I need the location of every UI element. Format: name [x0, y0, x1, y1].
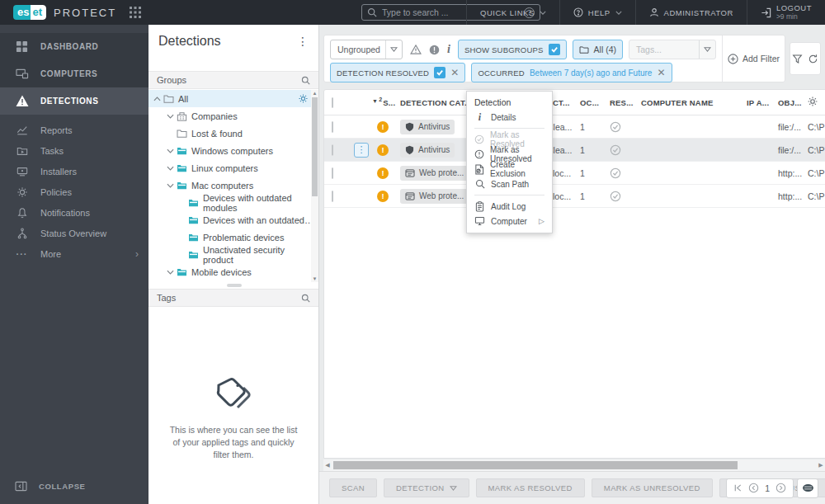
row-checkbox[interactable]: [332, 191, 333, 202]
table-row[interactable]: ! Web prote... Bloc... 1 http:... C:\P: [324, 162, 825, 185]
chevron-up-icon[interactable]: [152, 97, 162, 101]
object-cell: http:...: [778, 191, 808, 201]
dynamic-folder-icon: [188, 233, 199, 242]
tree-item-unactivated-security[interactable]: Unactivated security product: [148, 246, 318, 263]
notifications-bell-icon: [15, 207, 29, 219]
help-menu[interactable]: HELP: [559, 0, 635, 25]
menu-item-scan-path[interactable]: Scan Path: [467, 177, 552, 191]
menu-item-computer[interactable]: Computer ▷: [467, 214, 552, 228]
app-grid-icon[interactable]: [130, 7, 141, 18]
scroll-left-arrow[interactable]: ◀: [323, 462, 332, 469]
sidebar-item-reports[interactable]: Reports: [0, 120, 148, 140]
tags-search-icon[interactable]: [301, 294, 310, 303]
sidebar-item-label: COMPUTERS: [40, 69, 97, 78]
chevron-down-icon[interactable]: [165, 114, 175, 119]
column-ip[interactable]: IP A...: [747, 98, 778, 107]
sidebar-item-policies[interactable]: Policies: [0, 181, 148, 202]
sidebar-item-installers[interactable]: Installers: [0, 161, 148, 181]
actions-footer: SCAN DETECTION MARK AS RESOLVED MARK AS …: [319, 471, 825, 504]
group-settings-gear-icon[interactable]: [298, 93, 309, 104]
detection-resolved-filter-chip[interactable]: DETECTION RESOLVED ✕: [330, 63, 465, 82]
severity-error-filter-icon[interactable]: [429, 45, 440, 55]
sidebar-item-more[interactable]: ··· More ›: [0, 243, 148, 264]
administrator-menu[interactable]: ADMINISTRATOR: [635, 0, 747, 25]
checkbox-checked-icon[interactable]: [549, 44, 560, 55]
menu-item-details[interactable]: i Details: [467, 110, 552, 125]
column-occurred[interactable]: OC...: [580, 98, 610, 107]
sidebar-item-status-overview[interactable]: Status Overview: [0, 223, 148, 243]
menu-item-create-exclusion[interactable]: Create Exclusion: [467, 162, 552, 177]
checkbox-checked-icon[interactable]: [434, 67, 446, 78]
exclamation-circle-icon: [474, 149, 484, 159]
column-settings-gear-icon[interactable]: [807, 96, 818, 107]
rows-per-page-button[interactable]: [797, 478, 818, 498]
occurred-filter-value[interactable]: Between 7 day(s) ago and Future: [530, 68, 652, 78]
help-icon: [573, 7, 583, 17]
table-row[interactable]: ! Antivirus Clea... 1 file:/... C:\P: [324, 115, 825, 139]
group-by-select[interactable]: Ungrouped: [330, 40, 403, 59]
remove-filter-icon[interactable]: ✕: [450, 68, 459, 78]
panel-resize-handle[interactable]: [227, 284, 242, 287]
scan-button[interactable]: SCAN: [329, 478, 377, 497]
column-object[interactable]: OBJ...: [778, 98, 808, 107]
column-resolved[interactable]: RES...: [610, 98, 641, 107]
tree-item-windows-computers[interactable]: Windows computers: [148, 142, 318, 159]
next-page-icon[interactable]: [776, 483, 786, 493]
sidebar-item-dashboard[interactable]: DASHBOARD: [0, 33, 148, 60]
column-computer-name[interactable]: COMPUTER NAME: [641, 98, 747, 107]
chevron-down-icon[interactable]: [165, 270, 175, 275]
tree-item-all[interactable]: All: [148, 90, 318, 107]
tree-item-mac-computers[interactable]: Mac computers: [148, 177, 318, 194]
prev-page-icon[interactable]: [748, 483, 759, 493]
menu-item-audit-log[interactable]: Audit Log: [467, 199, 552, 214]
tree-item-outdated-modules[interactable]: Devices with outdated modules: [148, 194, 318, 211]
row-checkbox[interactable]: [332, 144, 333, 156]
sidebar-item-tasks[interactable]: Tasks: [0, 140, 148, 161]
tree-scrollbar[interactable]: ▲ ▼: [311, 90, 318, 282]
refresh-icon[interactable]: [808, 54, 818, 64]
panel-menu-icon[interactable]: ⋮: [297, 35, 309, 48]
scrollbar-thumb[interactable]: [333, 461, 738, 469]
collapse-button[interactable]: COLLAPSE: [0, 474, 148, 497]
first-page-icon[interactable]: [733, 483, 742, 492]
row-checkbox[interactable]: [332, 121, 333, 133]
detection-actions-button[interactable]: DETECTION: [384, 478, 469, 497]
button-label: DETECTION: [396, 483, 445, 492]
chevron-down-icon[interactable]: [165, 166, 175, 171]
chevron-down-icon[interactable]: [165, 148, 175, 153]
severity-warning-filter-icon[interactable]: [410, 45, 422, 54]
row-checkbox[interactable]: [332, 167, 333, 179]
column-severity[interactable]: ▼2S...: [372, 98, 400, 107]
tree-item-linux-computers[interactable]: Linux computers: [148, 159, 318, 177]
sidebar-item-notifications[interactable]: Notifications: [0, 202, 148, 223]
mark-as-resolved-button[interactable]: MARK AS RESOLVED: [476, 478, 585, 497]
tree-item-mobile-devices[interactable]: Mobile devices: [148, 263, 318, 280]
scroll-right-arrow[interactable]: ▶: [817, 462, 825, 469]
severity-info-filter-icon[interactable]: i: [447, 43, 450, 56]
mark-as-unresolved-button[interactable]: MARK AS UNRESOLVED: [592, 478, 713, 497]
tags-filter-select[interactable]: Tags...: [629, 40, 716, 59]
quick-links-menu[interactable]: QUICK LINKS: [466, 0, 559, 25]
show-subgroups-chip[interactable]: SHOW SUBGROUPS: [458, 40, 567, 59]
tree-item-lost-found[interactable]: Lost & found: [148, 125, 318, 142]
sidebar-item-computers[interactable]: COMPUTERS: [0, 60, 148, 87]
dashboard-icon: [15, 40, 29, 53]
chevron-down-icon[interactable]: [165, 183, 175, 188]
remove-filter-icon[interactable]: ✕: [657, 68, 665, 78]
table-row-selected[interactable]: ⋮ ! Antivirus Clea... 1 file:/... C:\P: [324, 139, 825, 162]
row-context-menu-button[interactable]: ⋮: [354, 143, 369, 158]
tree-item-companies[interactable]: Companies: [148, 107, 318, 125]
logout-button[interactable]: LOGOUT >9 min: [747, 0, 825, 25]
tree-item-outdated-os[interactable]: Devices with an outdated operating sy...: [148, 211, 318, 228]
sidebar-item-detections[interactable]: DETECTIONS: [0, 87, 148, 115]
table-row[interactable]: ! Web prote... Bloc... 1 http:... C:\P: [324, 185, 825, 208]
tree-item-problematic-devices[interactable]: Problematic devices: [148, 228, 318, 246]
occurred-filter-chip[interactable]: OCCURRED Between 7 day(s) ago and Future…: [471, 63, 672, 82]
filter-funnel-icon[interactable]: [792, 54, 803, 64]
add-filter-button[interactable]: Add Filter: [722, 35, 785, 82]
access-group-chip[interactable]: All (4): [573, 40, 623, 59]
select-all-checkbox[interactable]: [332, 97, 333, 108]
horizontal-scrollbar[interactable]: ◀ ▶: [323, 459, 825, 471]
group-by-value: Ungrouped: [331, 45, 385, 54]
groups-search-icon[interactable]: [301, 76, 310, 85]
